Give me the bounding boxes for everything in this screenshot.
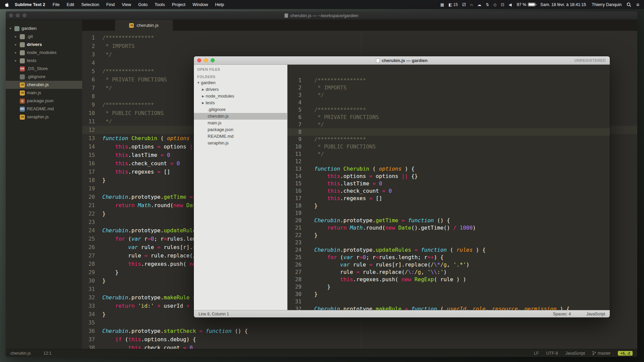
chevron-down-icon[interactable]: ▾ [8,24,12,33]
code-line[interactable]: 11 */ [287,150,610,158]
code-line[interactable]: 21 return Math.round(new Date().getTime(… [287,224,610,232]
status-javascript[interactable]: JavaScript [586,312,605,316]
menu-find[interactable]: Find [106,2,115,7]
code-line[interactable]: 8 [287,128,610,136]
menu-tools[interactable]: Tools [155,2,165,7]
display-icon[interactable]: ⊡ [501,2,504,7]
code-line[interactable]: 37 if (this.options.debug) { [82,335,637,344]
sidebar-item-git[interactable]: ▸.git [6,33,82,41]
code-line[interactable]: 13function Cherubin ( options ) { [287,165,610,173]
menu-help[interactable]: Help [215,2,224,7]
sidebar-item-tests[interactable]: ▸tests [6,57,82,65]
volume-icon[interactable]: ◀ [508,2,512,7]
code-line[interactable]: 30} [287,291,610,298]
code-line[interactable]: 27 rule = rule.replace(/\:/g, '\\:') [287,268,610,276]
git-branch[interactable]: master [592,351,610,356]
code-line[interactable]: 12 [287,158,610,165]
chevron-right-icon[interactable]: ▸ [14,49,18,57]
code-line[interactable]: 23 [287,239,610,246]
code-line[interactable]: 32Cherubin.prototype.makeRule = function… [287,305,610,310]
sidebar-item-seraphin-js[interactable]: JSseraphin.js [6,113,82,121]
sidebar-item-main-js[interactable]: JSmain.js [6,89,82,97]
sidebar-item-drivers[interactable]: ▸drivers [6,41,82,49]
diamond-icon[interactable]: ◇ [493,2,496,7]
dice-icon[interactable]: ⚂ [462,2,466,7]
code-line[interactable]: 17 this.regexes = [] [287,195,610,202]
code-editor[interactable]: 1/***************2 * IMPORTS3 */45/*****… [287,65,610,310]
code-line[interactable]: 22} [287,232,610,239]
headphones-icon[interactable]: ∩ [470,2,473,7]
sidebar-item-cherubin-js[interactable]: JScherubin.js [6,81,82,89]
tab-cherubin-js[interactable]: JS cherubin.js [115,20,173,31]
zoom-button[interactable] [211,58,215,62]
code-line[interactable]: 2 * IMPORTS [82,42,637,50]
code-line[interactable]: 26 var rule = rules[r].replace(/\*/g, '.… [287,261,610,268]
code-line[interactable]: 29 } [287,283,610,291]
menu-selection[interactable]: Selection [81,2,99,7]
foreground-titlebar[interactable]: cherubin.js — gardien UNREGISTERED [194,56,610,65]
app-menu-title[interactable]: Sublime Text 2 [15,2,45,7]
minimize-button[interactable] [16,13,20,17]
menu-project[interactable]: Project [172,2,185,7]
spotlight-search-icon[interactable] [627,2,631,7]
code-line[interactable]: 14 this.options = options || {} [287,173,610,180]
chevron-right-icon[interactable]: ▶ [201,86,206,93]
code-line[interactable]: 18} [287,202,610,209]
sidebar-item-package-json[interactable]: package.json [194,126,287,133]
code-line[interactable]: 2 * IMPORTS [287,84,610,92]
sidebar-item-readme-md[interactable]: README.md [194,133,287,140]
status-spaces-4[interactable]: Spaces: 4 [553,312,571,316]
status-utf-8[interactable]: UTF-8 [546,351,558,356]
sidebar-item-gardien[interactable]: ▼gardien [194,79,287,86]
chevron-down-icon[interactable]: ▼ [196,79,201,86]
chevron-right-icon[interactable]: ▶ [201,100,206,106]
code-line[interactable]: 3 */ [287,92,610,99]
menu-file[interactable]: File [53,2,60,7]
close-button[interactable] [197,58,201,62]
sidebar-item-seraphin-js[interactable]: seraphin.js [194,140,287,146]
code-line[interactable]: 31 [287,298,610,305]
chevron-right-icon[interactable]: ▸ [14,57,18,65]
code-line[interactable]: 1/*************** [82,34,637,42]
menu-window[interactable]: Window [193,2,208,7]
sidebar-item-drivers[interactable]: ▶drivers [194,86,287,93]
sidebar-item-ds-store[interactable]: DS.DS_Store [6,65,82,73]
cloud-icon[interactable]: ☁ [477,2,481,7]
chevron-right-icon[interactable]: ▸ [14,33,18,41]
menubar-count-icon[interactable]: ◧ 15 [448,2,458,7]
code-line[interactable]: 1/*************** [287,77,610,84]
code-line[interactable]: 28 this.regexes.push( new RegExp( rule )… [287,276,610,283]
sidebar-item-gitignore[interactable]: .gitignore [6,73,82,81]
menu-bar-clock[interactable]: Sam. 18 févr. à 18:41:15 [540,2,586,7]
sidebar-item-main-js[interactable]: main.js [194,120,287,126]
background-titlebar[interactable]: cherubin.js — ~/workspace/gardien [6,11,637,20]
sidebar-item-node-modules[interactable]: ▶node_modules [194,93,287,100]
chevron-right-icon[interactable]: ▸ [14,41,18,49]
code-line[interactable]: 20Cherubin.prototype.getTime = function … [287,217,610,224]
app-grid-icon[interactable]: ▦ [440,2,444,7]
code-line[interactable]: 25 for (var r=0; r<rules.length; r++) { [287,254,610,261]
menu-goto[interactable]: Goto [138,2,148,7]
battery-indicator[interactable]: 97 % [517,2,536,7]
sidebar-item-node-modules[interactable]: ▸node_modules [6,49,82,57]
notification-center-icon[interactable]: ≡ [636,2,639,7]
user-menu[interactable]: Thierry Danquin [592,2,622,7]
status-javascript[interactable]: JavaScript [566,351,585,356]
code-line[interactable]: 9/*************** [287,136,610,143]
sidebar-item-gardien[interactable]: ▾gardien [6,24,82,33]
code-line[interactable]: 36Cherubin.prototype.startCheck = functi… [82,327,637,335]
menu-edit[interactable]: Edit [67,2,74,7]
sidebar-item-cherubin-js[interactable]: cherubin.js [194,113,287,120]
status-lf[interactable]: LF [534,351,539,356]
code-line[interactable]: 7 */ [287,121,610,128]
sidebar-item-package-json[interactable]: {}package.json [6,97,82,105]
code-line[interactable]: 16 this.check_count = 0 [287,187,610,195]
sync-arrows-icon[interactable]: ⇅ [486,2,489,7]
code-line[interactable]: 38 this.check_count = 0 [82,344,637,349]
minimize-button[interactable] [204,58,208,62]
chevron-right-icon[interactable]: ▶ [201,93,206,100]
code-line[interactable]: 6 * PRIVATE FUNCTIONS [287,114,610,121]
code-line[interactable]: 15 this.lastTime = 0 [287,180,610,187]
sidebar-item-gitignore[interactable]: .gitignore [194,106,287,113]
sidebar-item-readme-md[interactable]: MDREADME.md [6,105,82,113]
